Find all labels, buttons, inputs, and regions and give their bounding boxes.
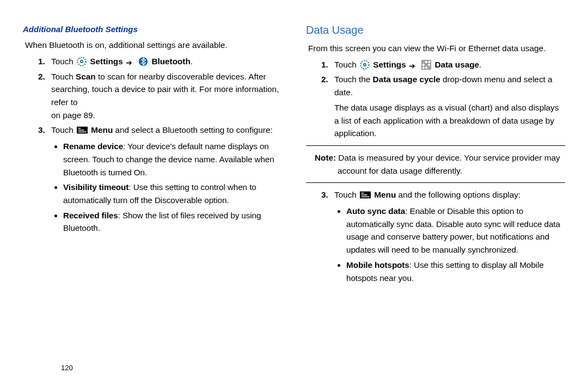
text: Touch the (334, 75, 373, 84)
settings-icon (360, 60, 370, 70)
bullet-auto-sync: Auto sync data: Enable or Disable this o… (346, 205, 565, 256)
settings-icon (77, 57, 87, 66)
cycle-label: Data usage cycle (373, 75, 440, 84)
left-column: Additional Bluetooth Settings When Bluet… (23, 22, 294, 359)
text: The data usage displays as a visual (cha… (334, 101, 565, 140)
text: Touch (51, 72, 76, 81)
text: and select a Bluetooth setting to config… (115, 125, 273, 134)
menu-label: Menu (91, 125, 113, 134)
bullet-head: Rename device (63, 142, 123, 151)
text: . (479, 60, 481, 69)
data-usage-icon (421, 60, 431, 70)
svg-rect-22 (362, 197, 370, 197)
scan-label: Scan (76, 72, 96, 81)
data-usage-note: Note: Data is measured by your device. Y… (333, 151, 565, 177)
data-usage-steps: 1. Touch Settings (306, 58, 565, 140)
bullet-head: Auto sync data (346, 206, 405, 216)
bt-config-bullets: Rename device: Your device's default nam… (51, 140, 282, 235)
svg-point-2 (81, 61, 83, 63)
settings-label: Settings (373, 60, 408, 69)
svg-rect-6 (78, 130, 84, 131)
note-rule-top (306, 145, 565, 146)
subheading-bluetooth: Additional Bluetooth Settings (23, 23, 282, 35)
note-rule-bottom (306, 182, 565, 183)
du-step-2: 2. Touch the Data usage cycle drop-down … (321, 73, 565, 140)
manual-page: Additional Bluetooth Settings When Bluet… (0, 0, 588, 359)
data-usage-intro: From this screen you can view the Wi-Fi … (308, 42, 565, 55)
bt-step-1: 1. Touch Settings (38, 55, 282, 68)
du-step-1: 1. Touch Settings (321, 58, 565, 71)
bt-step-2: 2. Touch Scan to scan for nearby discove… (38, 70, 282, 122)
bluetooth-icon (138, 57, 148, 66)
heading-data-usage: Data Usage (306, 22, 565, 39)
text: Touch (51, 125, 76, 134)
svg-rect-21 (362, 195, 367, 195)
svg-point-18 (428, 67, 430, 69)
du-step-3: 3. Touch Menu and the following options … (321, 188, 565, 284)
right-column: Data Usage From this screen you can view… (294, 22, 565, 359)
svg-rect-20 (362, 193, 364, 193)
text: Touch (334, 190, 359, 199)
data-usage-steps-2: 3. Touch Menu and the following options … (306, 188, 565, 284)
bluetooth-steps: 1. Touch Settings (23, 55, 282, 235)
text: . (191, 57, 193, 66)
settings-label: Settings (90, 57, 125, 66)
bullet-head: Received files (63, 211, 118, 220)
bullet-visibility: Visibility timeout: Use this setting to … (63, 181, 282, 206)
bullet-rename: Rename device: Your device's default nam… (63, 140, 282, 179)
du-options-bullets: Auto sync data: Enable or Disable this o… (334, 205, 565, 284)
menu-label: Menu (374, 190, 396, 199)
bullet-head: Visibility timeout (63, 182, 128, 192)
arrow-icon (125, 59, 135, 65)
note-label: Note: (315, 153, 336, 162)
menu-icon (360, 189, 371, 197)
step-num: 3. (321, 188, 328, 201)
bullet-mobile-hotspots: Mobile hotspots: Use this setting to dis… (346, 259, 565, 284)
bullet-received: Received files: Show the list of files r… (63, 209, 282, 235)
note-text: Data is measured by your device. Your se… (336, 153, 560, 175)
menu-icon (77, 125, 88, 132)
step-num: 1. (38, 55, 45, 68)
step-num: 1. (321, 58, 328, 71)
svg-point-16 (422, 61, 424, 63)
text: Touch (334, 60, 359, 69)
text: and the following options display: (399, 190, 521, 199)
svg-rect-7 (78, 132, 87, 132)
bullet-head: Mobile hotspots (346, 260, 409, 270)
page-number: 120 (61, 364, 73, 372)
data-usage-label: Data usage (434, 60, 479, 69)
text: Touch (51, 57, 76, 66)
bt-step-3: 3. Touch Menu and select a Bluetooth set… (38, 124, 282, 235)
arrow-icon (408, 62, 418, 69)
svg-point-17 (426, 64, 427, 65)
svg-rect-5 (78, 128, 81, 128)
svg-point-10 (364, 64, 366, 65)
bluetooth-label: Bluetooth (151, 57, 190, 66)
bluetooth-intro: When Bluetooth is on, additional setting… (25, 39, 282, 52)
step-num: 2. (38, 70, 45, 83)
text: on page 89. (51, 109, 282, 122)
step-num: 3. (38, 124, 45, 137)
step-num: 2. (321, 73, 328, 86)
